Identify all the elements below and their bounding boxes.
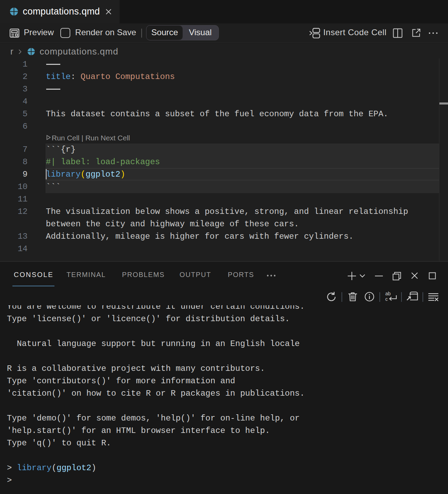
svg-text:c: c — [385, 296, 388, 302]
svg-text:ab: ab — [385, 291, 391, 296]
